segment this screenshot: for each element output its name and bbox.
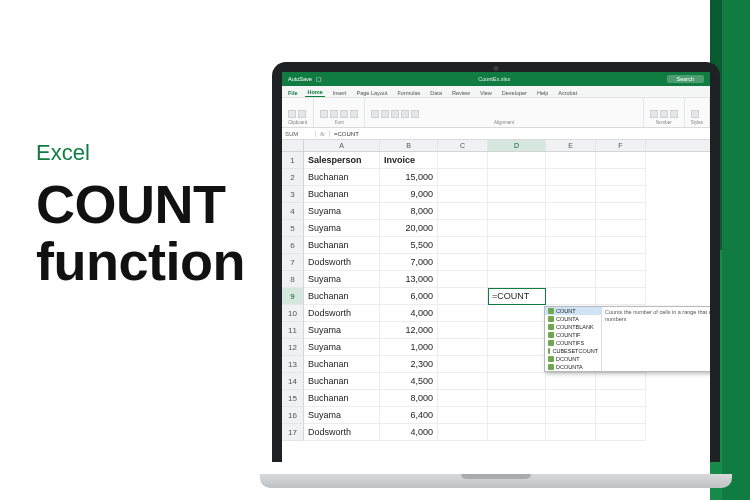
autocomplete-item[interactable]: COUNTA	[545, 315, 601, 323]
cell[interactable]	[438, 220, 488, 237]
cell[interactable]	[596, 390, 646, 407]
cell[interactable]	[438, 424, 488, 441]
cell[interactable]	[488, 220, 546, 237]
autocomplete-item[interactable]: COUNT	[545, 307, 601, 315]
cell[interactable]: 5,500	[380, 237, 438, 254]
formula-input[interactable]: =COUNT	[330, 131, 363, 137]
col-header-D[interactable]: D	[488, 140, 546, 151]
tab-review[interactable]: Review	[450, 89, 472, 97]
cell[interactable]	[488, 186, 546, 203]
cell[interactable]	[546, 203, 596, 220]
tab-page-layout[interactable]: Page Layout	[355, 89, 390, 97]
cell[interactable]	[438, 356, 488, 373]
formula-autocomplete[interactable]: COUNTCOUNTACOUNTBLANKCOUNTIFCOUNTIFSCUBE…	[544, 306, 710, 372]
tab-home[interactable]: Home	[305, 88, 324, 97]
cell[interactable]	[596, 203, 646, 220]
cell[interactable]	[438, 254, 488, 271]
cell[interactable]: Buchanan	[304, 356, 380, 373]
autocomplete-item[interactable]: DCOUNTA	[545, 363, 601, 371]
cell[interactable]	[596, 288, 646, 305]
cell[interactable]	[546, 186, 596, 203]
search-input[interactable]: Search	[667, 75, 704, 83]
cell[interactable]	[438, 288, 488, 305]
row-header[interactable]: 3	[282, 186, 304, 203]
cell[interactable]	[596, 424, 646, 441]
cell[interactable]: 20,000	[380, 220, 438, 237]
cell[interactable]: Suyama	[304, 339, 380, 356]
col-header-B[interactable]: B	[380, 140, 438, 151]
cell[interactable]: 7,000	[380, 254, 438, 271]
cell[interactable]	[546, 424, 596, 441]
cell[interactable]: 6,000	[380, 288, 438, 305]
cell[interactable]: 13,000	[380, 271, 438, 288]
autocomplete-item[interactable]: CUBESETCOUNT	[545, 347, 601, 355]
cell[interactable]: Salesperson	[304, 152, 380, 169]
cell[interactable]	[488, 305, 546, 322]
row-header[interactable]: 14	[282, 373, 304, 390]
cell[interactable]	[488, 152, 546, 169]
row-header[interactable]: 2	[282, 169, 304, 186]
row-header[interactable]: 11	[282, 322, 304, 339]
tab-acrobat[interactable]: Acrobat	[556, 89, 579, 97]
cell[interactable]	[546, 220, 596, 237]
cell[interactable]	[438, 203, 488, 220]
cell[interactable]	[438, 390, 488, 407]
autocomplete-item[interactable]: COUNTIF	[545, 331, 601, 339]
cell[interactable]	[546, 407, 596, 424]
cell[interactable]	[546, 373, 596, 390]
cell[interactable]	[438, 169, 488, 186]
tab-help[interactable]: Help	[535, 89, 550, 97]
cell[interactable]: Suyama	[304, 322, 380, 339]
ribbon-group-number[interactable]: Number	[644, 98, 685, 127]
row-header[interactable]: 12	[282, 339, 304, 356]
row-header[interactable]: 17	[282, 424, 304, 441]
cell[interactable]	[438, 407, 488, 424]
cell[interactable]: 15,000	[380, 169, 438, 186]
autosave-toggle[interactable]: AutoSave	[288, 76, 312, 82]
tab-file[interactable]: File	[286, 89, 299, 97]
cell[interactable]: 1,000	[380, 339, 438, 356]
cell[interactable]	[596, 169, 646, 186]
cell[interactable]	[488, 339, 546, 356]
cell[interactable]: Invoice	[380, 152, 438, 169]
active-cell[interactable]: =COUNT	[488, 288, 546, 305]
ribbon-group-alignment[interactable]: Alignment	[365, 98, 643, 127]
cell[interactable]	[596, 152, 646, 169]
column-headers[interactable]: A B C D E F	[282, 140, 710, 152]
row-header[interactable]: 4	[282, 203, 304, 220]
cell[interactable]: 4,000	[380, 424, 438, 441]
cell[interactable]	[546, 169, 596, 186]
cell[interactable]	[438, 322, 488, 339]
cell[interactable]: Buchanan	[304, 390, 380, 407]
row-header[interactable]: 15	[282, 390, 304, 407]
row-header[interactable]: 16	[282, 407, 304, 424]
cell[interactable]	[488, 424, 546, 441]
row-header[interactable]: 7	[282, 254, 304, 271]
cell[interactable]	[546, 152, 596, 169]
cell[interactable]	[488, 390, 546, 407]
cell[interactable]: Dodsworth	[304, 305, 380, 322]
cell[interactable]: 8,000	[380, 390, 438, 407]
ribbon-group-clipboard[interactable]: Clipboard	[282, 98, 314, 127]
cell[interactable]: 12,000	[380, 322, 438, 339]
cell[interactable]: Buchanan	[304, 288, 380, 305]
tab-insert[interactable]: Insert	[331, 89, 349, 97]
tab-developer[interactable]: Developer	[500, 89, 529, 97]
cell[interactable]	[546, 390, 596, 407]
cell[interactable]	[488, 407, 546, 424]
cell[interactable]: Suyama	[304, 407, 380, 424]
col-header-E[interactable]: E	[546, 140, 596, 151]
cell[interactable]: Dodsworth	[304, 424, 380, 441]
cell[interactable]	[438, 339, 488, 356]
cell[interactable]	[546, 237, 596, 254]
cell[interactable]: 2,300	[380, 356, 438, 373]
cell[interactable]	[546, 271, 596, 288]
tab-view[interactable]: View	[478, 89, 494, 97]
cell[interactable]: Buchanan	[304, 237, 380, 254]
row-header[interactable]: 6	[282, 237, 304, 254]
cell[interactable]	[596, 271, 646, 288]
cell[interactable]	[596, 254, 646, 271]
row-header[interactable]: 10	[282, 305, 304, 322]
cell[interactable]: 8,000	[380, 203, 438, 220]
cell[interactable]: Buchanan	[304, 169, 380, 186]
